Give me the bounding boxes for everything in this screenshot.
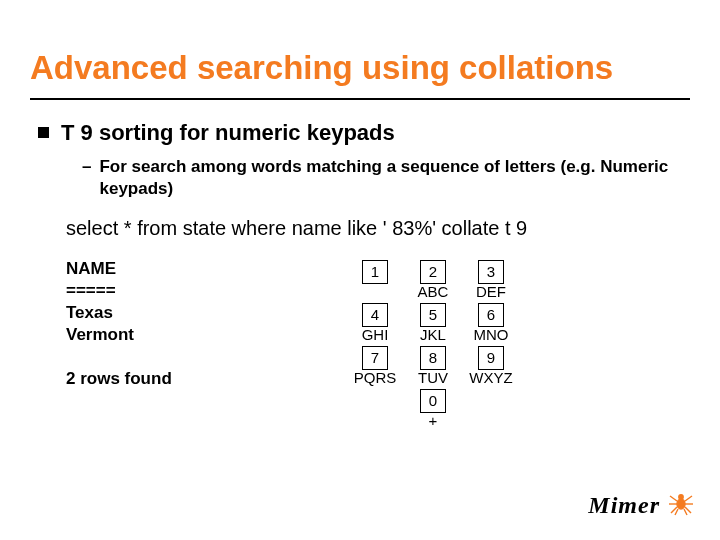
key-9-letters: WXYZ	[462, 370, 520, 387]
key-0: 0 +	[404, 389, 462, 430]
bullet-2-text: For search among words matching a sequen…	[99, 156, 690, 199]
spider-icon	[666, 490, 696, 520]
key-0-digit: 0	[420, 389, 446, 413]
title-divider	[30, 98, 690, 100]
bullet-level-1: T 9 sorting for numeric keypads	[38, 120, 690, 146]
key-7-letters: PQRS	[346, 370, 404, 387]
keypad-row-1: 1 2 ABC 3 DEF	[346, 260, 520, 301]
result-footer: 2 rows found	[66, 368, 346, 390]
result-row-2: Vermont	[66, 324, 346, 346]
key-5: 5 JKL	[404, 303, 462, 344]
key-2-digit: 2	[420, 260, 446, 284]
key-1: 1	[346, 260, 404, 301]
key-3-letters: DEF	[462, 284, 520, 301]
square-bullet-icon	[38, 127, 49, 138]
key-1-digit: 1	[362, 260, 388, 284]
key-7-digit: 7	[362, 346, 388, 370]
key-6-letters: MNO	[462, 327, 520, 344]
svg-point-0	[677, 499, 685, 509]
key-2-letters: ABC	[404, 284, 462, 301]
key-3-digit: 3	[478, 260, 504, 284]
keypad-row-3: 7 PQRS 8 TUV 9 WXYZ	[346, 346, 520, 387]
key-9: 9 WXYZ	[462, 346, 520, 387]
key-1-letters	[346, 284, 404, 301]
key-3: 3 DEF	[462, 260, 520, 301]
key-4: 4 GHI	[346, 303, 404, 344]
key-8: 8 TUV	[404, 346, 462, 387]
key-0-letters: +	[404, 413, 462, 430]
keypad-row-4: 0 +	[346, 389, 520, 430]
logo-text: Mimer	[588, 492, 660, 519]
bullet-level-2: – For search among words matching a sequ…	[82, 156, 690, 199]
sql-statement: select * from state where name like ' 83…	[66, 217, 690, 240]
bullet-1-text: T 9 sorting for numeric keypads	[61, 120, 395, 146]
key-4-letters: GHI	[346, 327, 404, 344]
result-row-1: Texas	[66, 302, 346, 324]
query-result: NAME ===== Texas Vermont 2 rows found	[66, 258, 346, 390]
key-5-digit: 5	[420, 303, 446, 327]
key-8-letters: TUV	[404, 370, 462, 387]
key-5-letters: JKL	[404, 327, 462, 344]
key-4-digit: 4	[362, 303, 388, 327]
key-9-digit: 9	[478, 346, 504, 370]
key-6-digit: 6	[478, 303, 504, 327]
key-2: 2 ABC	[404, 260, 462, 301]
slide: Advanced searching using collations T 9 …	[0, 0, 720, 540]
result-header: NAME	[66, 258, 346, 280]
result-divider: =====	[66, 280, 346, 302]
key-6: 6 MNO	[462, 303, 520, 344]
key-8-digit: 8	[420, 346, 446, 370]
page-title: Advanced searching using collations	[30, 50, 690, 86]
key-7: 7 PQRS	[346, 346, 404, 387]
keypad-row-2: 4 GHI 5 JKL 6 MNO	[346, 303, 520, 344]
dash-bullet-icon: –	[82, 156, 91, 177]
numeric-keypad: 1 2 ABC 3 DEF 4 GHI 5 J	[346, 260, 520, 432]
svg-point-1	[679, 495, 683, 499]
mimer-logo: Mimer	[588, 490, 696, 520]
result-area: NAME ===== Texas Vermont 2 rows found 1 …	[66, 258, 690, 432]
